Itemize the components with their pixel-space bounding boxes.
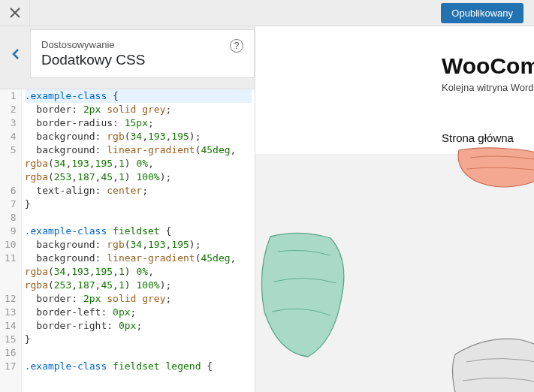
publish-button[interactable]: Opublikowany	[441, 3, 523, 23]
customizing-label: Dostosowywanie	[41, 39, 230, 50]
line-gutter: 1234567891011121314151617	[0, 89, 22, 392]
site-preview: WooCom Kolejna witryna Word Strona główn…	[255, 26, 534, 392]
code-area[interactable]: .example-class { border: 2px solid grey;…	[22, 89, 255, 392]
site-tagline: Kolejna witryna Word	[442, 82, 534, 93]
clothing-illustration-green	[255, 229, 353, 364]
back-button[interactable]	[1, 30, 31, 77]
clothing-illustration-grey	[444, 332, 534, 392]
sidebar-header-text: Dostosowywanie Dodatkowy CSS	[41, 39, 230, 68]
close-icon	[10, 8, 20, 18]
chevron-left-icon	[12, 48, 20, 60]
site-title[interactable]: WooCom	[442, 53, 534, 79]
css-editor[interactable]: 1234567891011121314151617 .example-class…	[0, 89, 255, 392]
close-button[interactable]	[0, 0, 30, 26]
help-button[interactable]: ?	[230, 39, 243, 53]
section-title: Dodatkowy CSS	[41, 52, 230, 68]
main-layout: Dostosowywanie Dodatkowy CSS ? 123456789…	[0, 26, 534, 392]
help-icon: ?	[234, 41, 240, 51]
sidebar: Dostosowywanie Dodatkowy CSS ? 123456789…	[0, 26, 255, 392]
sidebar-header: Dostosowywanie Dodatkowy CSS ?	[30, 29, 255, 78]
topbar: Opublikowany	[0, 0, 534, 26]
clothing-illustration-red	[451, 143, 534, 203]
